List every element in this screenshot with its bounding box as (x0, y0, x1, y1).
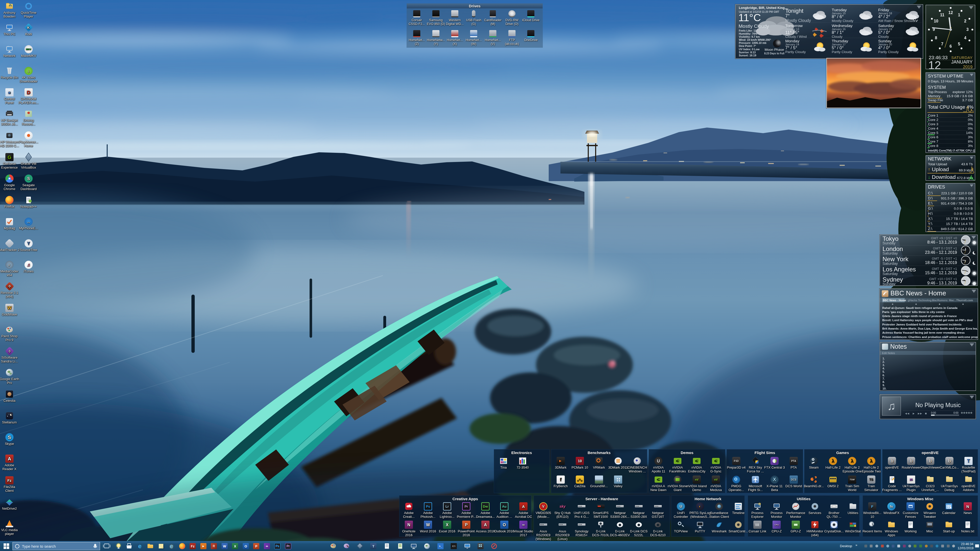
svg-text:3: 3 (966, 27, 969, 32)
svg-text:1: 1 (958, 13, 960, 17)
svg-text:11: 11 (940, 13, 945, 17)
svg-text:6: 6 (950, 44, 952, 48)
svg-text:2: 2 (964, 19, 966, 23)
svg-text:5: 5 (958, 42, 960, 46)
svg-text:10: 10 (934, 19, 939, 23)
svg-text:7: 7 (941, 42, 943, 46)
svg-text:4: 4 (964, 36, 966, 40)
svg-text:12: 12 (948, 11, 953, 15)
svg-text:8: 8 (935, 36, 937, 40)
